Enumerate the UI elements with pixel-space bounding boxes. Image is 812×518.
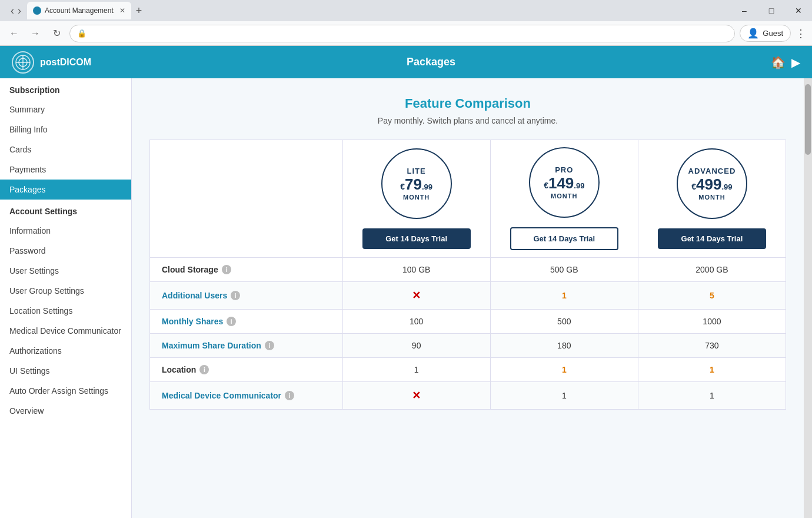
table-cell: 1	[638, 382, 786, 410]
table-cell: 1	[638, 358, 786, 382]
subscription-header: Subscription	[0, 78, 131, 99]
table-cell: 90	[342, 334, 490, 358]
close-btn[interactable]: ✕	[785, 2, 812, 19]
sidebar-item-auto-order-assign-settings[interactable]: Auto Order Assign Settings	[0, 381, 131, 401]
header-icons: 🏠 ▶	[771, 55, 800, 69]
cell-value: 1	[414, 365, 419, 374]
window-controls: – □ ✕	[731, 2, 812, 19]
browser-more-btn[interactable]: ⋮	[796, 27, 806, 40]
info-icon: i	[265, 341, 274, 350]
cell-value: 500 GB	[550, 265, 578, 274]
table-cell: 1	[490, 282, 638, 310]
info-icon: i	[199, 365, 209, 374]
sidebar-item-ui-settings[interactable]: UI Settings	[0, 361, 131, 381]
address-bar[interactable]: 🔒 germany.postdicom.com/AccountManagemen…	[69, 25, 735, 42]
info-icon: i	[231, 291, 240, 300]
trial-btn-pro[interactable]: Get 14 Days Trial	[510, 227, 618, 250]
plan-name-lite: LITE	[407, 167, 426, 175]
sidebar-item-cards[interactable]: Cards	[0, 140, 131, 160]
minimize-btn[interactable]: –	[731, 2, 758, 19]
plan-period-lite: MONTH	[403, 194, 430, 201]
header-title: Packages	[91, 56, 771, 68]
logo-text: postDICOM	[40, 57, 91, 68]
cell-value: 1	[562, 365, 567, 374]
table-cell: 730	[638, 334, 786, 358]
maximize-btn[interactable]: □	[758, 2, 785, 19]
sidebar-item-overview[interactable]: Overview	[0, 401, 131, 421]
forward-btn[interactable]: →	[27, 25, 44, 42]
sidebar-item-payments[interactable]: Payments	[0, 160, 131, 180]
logo-area: postDICOM	[12, 51, 91, 74]
table-row: Location i111	[150, 358, 786, 382]
new-tab-btn[interactable]: +	[131, 5, 147, 17]
plan-name-pro: PRO	[555, 165, 573, 174]
exit-icon[interactable]: ▶	[791, 55, 800, 69]
table-row: Cloud Storage i100 GB500 GB2000 GB	[150, 258, 786, 282]
cell-value: 2000 GB	[695, 265, 728, 274]
guest-profile-btn[interactable]: 👤 Guest	[740, 25, 791, 42]
sidebar-item-password[interactable]: Password	[0, 241, 131, 261]
active-tab[interactable]: Account Management ✕	[27, 2, 131, 19]
tab-title: Account Management	[45, 6, 114, 15]
cell-value: 1	[710, 365, 714, 374]
table-cell: 180	[490, 334, 638, 358]
sidebar-item-user-group-settings[interactable]: User Group Settings	[0, 281, 131, 301]
sidebar-item-medical-device-communicator[interactable]: Medical Device Communicator	[0, 321, 131, 341]
account-settings-header: Account Settings	[0, 200, 131, 221]
pricing-table: LITE € 79 .99 MONTH Get 14 Days Trial	[149, 140, 786, 410]
table-row: Additional Users i✕15	[150, 282, 786, 310]
trial-btn-advanced[interactable]: Get 14 Days Trial	[658, 228, 766, 249]
url-input[interactable]: germany.postdicom.com/AccountManagement/…	[90, 29, 727, 38]
table-row: Maximum Share Duration i90180730	[150, 334, 786, 358]
comparison-title: Feature Comparison	[149, 96, 786, 111]
x-mark: ✕	[412, 390, 421, 401]
comparison-subtitle: Pay monthly. Switch plans and cancel at …	[149, 116, 786, 125]
plan-circle-pro: PRO € 149 .99 MONTH	[529, 147, 600, 218]
cell-value: 730	[705, 341, 718, 350]
sidebar-item-user-settings[interactable]: User Settings	[0, 261, 131, 281]
sidebar-item-information[interactable]: Information	[0, 221, 131, 241]
plan-price-lite: 79	[405, 175, 422, 194]
sidebar-item-authorizations[interactable]: Authorizations	[0, 341, 131, 361]
table-cell: 1	[490, 382, 638, 410]
tab-close-btn[interactable]: ✕	[119, 6, 125, 15]
table-cell: 500 GB	[490, 258, 638, 282]
back-btn[interactable]: ←	[6, 25, 22, 42]
table-cell: 2000 GB	[638, 258, 786, 282]
sidebar-item-packages[interactable]: Packages	[0, 180, 131, 200]
plan-cents-advanced: .99	[721, 182, 732, 191]
table-cell: ✕	[342, 282, 490, 310]
feature-label-location: Location i	[150, 358, 343, 382]
plan-currency-pro: €	[544, 181, 548, 190]
table-cell: ✕	[342, 382, 490, 410]
sidebar-item-summary[interactable]: Summary	[0, 99, 131, 119]
feature-label-maximum-share-duration: Maximum Share Duration i	[150, 334, 343, 358]
guest-label: Guest	[763, 29, 783, 38]
app-header: postDICOM Packages 🏠 ▶	[0, 46, 812, 78]
plan-header-lite: LITE € 79 .99 MONTH Get 14 Days Trial	[342, 140, 490, 258]
table-cell: 1	[490, 358, 638, 382]
plan-currency-lite: €	[400, 182, 405, 191]
table-cell: 500	[490, 310, 638, 334]
scrollbar-track[interactable]	[804, 78, 812, 518]
feature-label-monthly-shares: Monthly Shares i	[150, 310, 343, 334]
sidebar-item-location-settings[interactable]: Location Settings	[0, 301, 131, 321]
plan-circle-advanced: ADVANCED € 499 .99 MONTH	[677, 148, 747, 219]
cell-value: 90	[412, 341, 421, 350]
plan-period-pro: MONTH	[551, 192, 577, 200]
info-icon: i	[222, 265, 231, 274]
table-row: Medical Device Communicator i✕11	[150, 382, 786, 410]
plan-header-advanced: ADVANCED € 499 .99 MONTH Get 14 Days Tri…	[638, 140, 786, 258]
page-content: Feature Comparison Pay monthly. Switch p…	[132, 78, 804, 518]
scrollbar-thumb[interactable]	[805, 84, 811, 155]
tab-inactive[interactable]: ‹ ›	[5, 2, 27, 19]
plan-cents-pro: .99	[574, 181, 584, 190]
trial-btn-lite[interactable]: Get 14 Days Trial	[362, 228, 471, 249]
back-tab-icon: ‹	[11, 5, 14, 17]
notification-icon[interactable]: 🏠	[771, 55, 786, 69]
plan-header-pro: PRO € 149 .99 MONTH Get 14 Days Trial	[490, 140, 638, 258]
plan-name-advanced: ADVANCED	[688, 167, 736, 175]
sidebar-item-billing-info[interactable]: Billing Info	[0, 119, 131, 140]
cell-value: 5	[710, 291, 714, 300]
reload-btn[interactable]: ↻	[48, 25, 65, 42]
